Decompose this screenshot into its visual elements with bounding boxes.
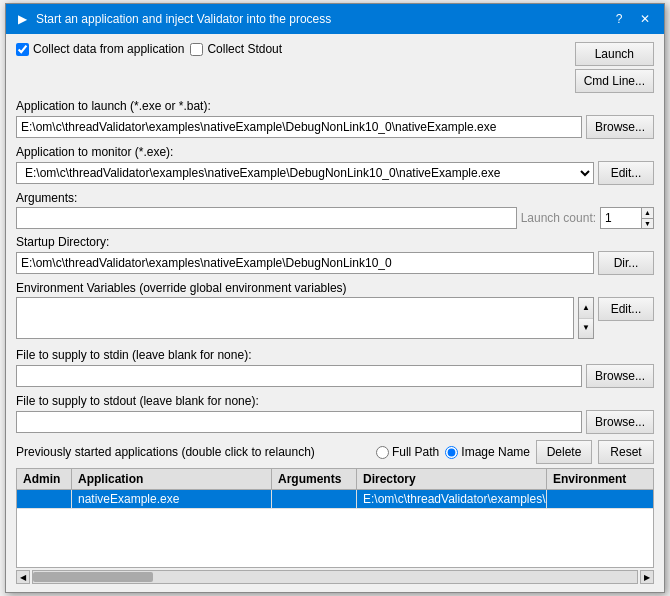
col-header-directory: Directory	[357, 469, 547, 489]
dir-button[interactable]: Dir...	[598, 251, 654, 275]
dialog-content: Collect data from application Collect St…	[6, 34, 664, 592]
env-vars-label: Environment Variables (override global e…	[16, 281, 654, 295]
collect-data-label[interactable]: Collect data from application	[16, 42, 184, 56]
collect-data-checkbox[interactable]	[16, 43, 29, 56]
image-name-text: Image Name	[461, 445, 530, 459]
delete-button[interactable]: Delete	[536, 440, 592, 464]
args-section: Arguments: Launch count: ▲ ▼	[16, 191, 654, 229]
main-dialog: ▶ Start an application and inject Valida…	[5, 3, 665, 593]
env-spinner: ▲ ▼	[578, 297, 594, 339]
app-launch-row: Browse...	[16, 115, 654, 139]
checkbox-row: Collect data from application Collect St…	[16, 42, 569, 56]
file-stdin-row: Browse...	[16, 364, 654, 388]
launch-count-spinner: ▲ ▼	[600, 207, 654, 229]
browse-button-3[interactable]: Browse...	[586, 410, 654, 434]
scroll-right-button[interactable]: ▶	[640, 570, 654, 584]
checkboxes-area: Collect data from application Collect St…	[16, 42, 569, 60]
col-header-admin: Admin	[17, 469, 72, 489]
arguments-input[interactable]	[16, 207, 517, 229]
title-bar-buttons: ? ✕	[608, 10, 656, 28]
cell-application: nativeExample.exe	[72, 490, 272, 508]
env-spin-down[interactable]: ▼	[579, 319, 593, 339]
file-stdin-section: File to supply to stdin (leave blank for…	[16, 348, 654, 388]
image-name-radio-label[interactable]: Image Name	[445, 445, 530, 459]
file-stdout-row: Browse...	[16, 410, 654, 434]
app-launch-label: Application to launch (*.exe or *.bat):	[16, 99, 654, 113]
scroll-left-button[interactable]: ◀	[16, 570, 30, 584]
full-path-text: Full Path	[392, 445, 439, 459]
table-header: Admin Application Arguments Directory En…	[17, 469, 653, 490]
table-row[interactable]: nativeExample.exe E:\om\c\threadValidato…	[17, 490, 653, 509]
launch-count-label: Launch count:	[521, 211, 596, 225]
title-bar-left: ▶ Start an application and inject Valida…	[14, 11, 331, 27]
spinner-arrows: ▲ ▼	[641, 208, 653, 228]
col-header-application: Application	[72, 469, 272, 489]
image-name-radio[interactable]	[445, 446, 458, 459]
app-launch-section: Application to launch (*.exe or *.bat): …	[16, 99, 654, 139]
previously-label: Previously started applications (double …	[16, 445, 370, 459]
previously-table: Admin Application Arguments Directory En…	[16, 468, 654, 568]
app-monitor-row: E:\om\c\threadValidator\examples\nativeE…	[16, 161, 654, 185]
collect-stdout-text: Collect Stdout	[207, 42, 282, 56]
collect-stdout-label[interactable]: Collect Stdout	[190, 42, 282, 56]
app-monitor-section: Application to monitor (*.exe): E:\om\c\…	[16, 145, 654, 185]
cell-arguments	[272, 490, 357, 508]
launch-count-input[interactable]	[601, 209, 641, 227]
file-stdout-label: File to supply to stdout (leave blank fo…	[16, 394, 654, 408]
title-bar: ▶ Start an application and inject Valida…	[6, 4, 664, 34]
help-button[interactable]: ?	[608, 10, 630, 28]
reset-button[interactable]: Reset	[598, 440, 654, 464]
file-stdin-label: File to supply to stdin (leave blank for…	[16, 348, 654, 362]
close-button[interactable]: ✕	[634, 10, 656, 28]
browse-button-1[interactable]: Browse...	[586, 115, 654, 139]
browse-button-2[interactable]: Browse...	[586, 364, 654, 388]
scrollbar-thumb	[33, 572, 153, 582]
collect-data-text: Collect data from application	[33, 42, 184, 56]
col-header-arguments: Arguments	[272, 469, 357, 489]
right-buttons: Launch Cmd Line...	[575, 42, 654, 93]
full-path-radio[interactable]	[376, 446, 389, 459]
file-stdout-input[interactable]	[16, 411, 582, 433]
scrollbar-row: ◀ ▶	[16, 570, 654, 584]
app-monitor-label: Application to monitor (*.exe):	[16, 145, 654, 159]
app-monitor-combo[interactable]: E:\om\c\threadValidator\examples\nativeE…	[16, 162, 594, 184]
edit-button-2[interactable]: Edit...	[598, 297, 654, 321]
cell-environment	[547, 490, 647, 508]
dialog-icon: ▶	[14, 11, 30, 27]
startup-dir-row: Dir...	[16, 251, 654, 275]
args-label: Arguments:	[16, 191, 517, 205]
file-stdin-input[interactable]	[16, 365, 582, 387]
launch-button[interactable]: Launch	[575, 42, 654, 66]
launch-count-area: Launch count: ▲ ▼	[521, 207, 654, 229]
cell-directory: E:\om\c\threadValidator\examples\...	[357, 490, 547, 508]
collect-stdout-checkbox[interactable]	[190, 43, 203, 56]
startup-dir-section: Startup Directory: Dir...	[16, 235, 654, 275]
env-vars-row: ▲ ▼ Edit...	[16, 297, 654, 342]
spin-up-button[interactable]: ▲	[642, 208, 653, 219]
dialog-title: Start an application and inject Validato…	[36, 12, 331, 26]
env-vars-input[interactable]	[16, 297, 574, 339]
app-launch-input[interactable]	[16, 116, 582, 138]
full-path-radio-label[interactable]: Full Path	[376, 445, 439, 459]
edit-button-1[interactable]: Edit...	[598, 161, 654, 185]
previously-row: Previously started applications (double …	[16, 440, 654, 464]
startup-dir-label: Startup Directory:	[16, 235, 654, 249]
env-spinner-btns: ▲ ▼	[578, 297, 594, 339]
env-input-wrapper	[16, 297, 574, 342]
cmd-line-button[interactable]: Cmd Line...	[575, 69, 654, 93]
col-header-environment: Environment	[547, 469, 647, 489]
cell-admin	[17, 490, 72, 508]
file-stdout-section: File to supply to stdout (leave blank fo…	[16, 394, 654, 434]
startup-dir-input[interactable]	[16, 252, 594, 274]
env-spin-up[interactable]: ▲	[579, 298, 593, 319]
spin-down-button[interactable]: ▼	[642, 219, 653, 229]
env-vars-section: Environment Variables (override global e…	[16, 281, 654, 342]
args-left: Arguments:	[16, 191, 517, 229]
horizontal-scrollbar[interactable]	[32, 570, 638, 584]
